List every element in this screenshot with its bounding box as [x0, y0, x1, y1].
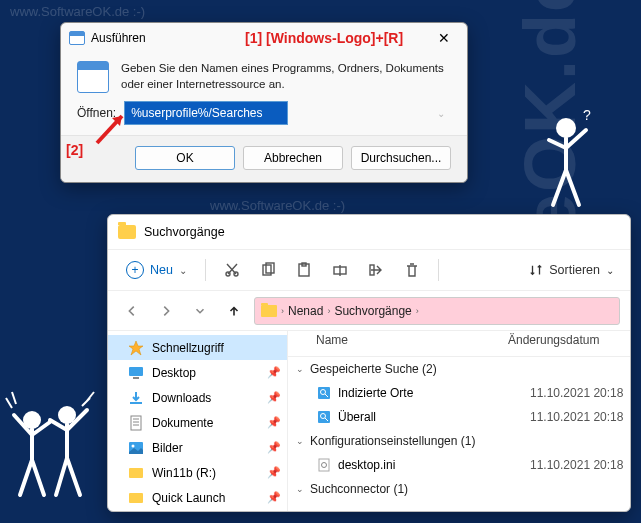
cut-icon[interactable] [216, 256, 248, 284]
expand-icon[interactable]: ⌄ [296, 484, 310, 494]
group-label: Gespeicherte Suche (2) [310, 362, 502, 376]
breadcrumb[interactable]: › Nenad › Suchvorgänge › [254, 297, 620, 325]
run-description: Geben Sie den Namen eines Programms, Ord… [121, 61, 451, 93]
expand-icon[interactable]: ⌄ [296, 436, 310, 446]
search-file-icon [316, 385, 332, 401]
chevron-down-icon: ⌄ [606, 265, 614, 276]
sidebar-item-documents[interactable]: Dokumente 📌 [108, 410, 287, 435]
delete-icon[interactable] [396, 256, 428, 284]
paste-icon[interactable] [288, 256, 320, 284]
column-headers: Name Änderungsdatum [288, 333, 630, 357]
toolbar-separator [205, 259, 206, 281]
dropdown-chevron-icon[interactable]: ⌄ [437, 108, 445, 119]
sidebar-label: Quick Launch [152, 491, 225, 505]
rename-icon[interactable] [324, 256, 356, 284]
explorer-sidebar: Schnellzugriff Desktop 📌 Downloads 📌 Dok… [108, 331, 288, 511]
sort-button[interactable]: Sortieren ⌄ [523, 259, 620, 281]
svg-rect-13 [133, 377, 139, 379]
figure-celebrating [2, 380, 102, 510]
sidebar-item-quickaccess[interactable]: Schnellzugriff [108, 335, 287, 360]
file-row[interactable]: Indizierte Orte 11.10.2021 20:18 [288, 381, 630, 405]
file-row[interactable]: desktop.ini 11.10.2021 20:18 [288, 453, 630, 477]
pin-icon: 📌 [267, 416, 281, 429]
explorer-titlebar: Suchvorgänge [108, 215, 630, 249]
watermark-text: www.SoftwareOK.de :-) [210, 198, 345, 213]
sort-label: Sortieren [549, 263, 600, 277]
column-name-header[interactable]: Name [288, 333, 508, 356]
svg-point-0 [556, 118, 576, 138]
file-name: Überall [338, 410, 530, 424]
sidebar-item-drive[interactable]: Win11b (R:) 📌 [108, 460, 287, 485]
folder-icon [261, 305, 277, 317]
group-header[interactable]: ⌄ Konfigurationseinstellungen (1) [288, 429, 630, 453]
copy-icon[interactable] [252, 256, 284, 284]
svg-text:?: ? [583, 110, 591, 123]
plus-icon: + [126, 261, 144, 279]
file-date: 11.10.2021 20:18 [530, 386, 623, 400]
search-file-icon [316, 409, 332, 425]
nav-forward-button[interactable] [152, 297, 180, 325]
group-label: Konfigurationseinstellungen (1) [310, 434, 475, 448]
svg-rect-18 [318, 387, 330, 399]
file-date: 11.10.2021 20:18 [530, 410, 623, 424]
chevron-right-icon: › [416, 306, 419, 316]
sidebar-item-desktop[interactable]: Desktop 📌 [108, 360, 287, 385]
figure-thinking: ? [531, 110, 601, 220]
sidebar-item-downloads[interactable]: Downloads 📌 [108, 385, 287, 410]
ini-file-icon [316, 457, 332, 473]
svg-rect-14 [130, 402, 142, 404]
group-header[interactable]: ⌄ Gespeicherte Suche (2) [288, 357, 630, 381]
group-label: Suchconnector (1) [310, 482, 502, 496]
open-input[interactable] [124, 101, 288, 125]
nav-back-button[interactable] [118, 297, 146, 325]
pin-icon: 📌 [267, 441, 281, 454]
column-date-header[interactable]: Änderungsdatum [508, 333, 630, 356]
ok-button[interactable]: OK [135, 146, 235, 170]
close-button[interactable]: ✕ [429, 23, 459, 53]
breadcrumb-item[interactable]: Suchvorgänge [334, 304, 411, 318]
toolbar-separator [438, 259, 439, 281]
browse-button[interactable]: Durchsuchen... [351, 146, 451, 170]
new-button[interactable]: + Neu ⌄ [118, 257, 195, 283]
nav-recent-chevron-icon[interactable] [186, 297, 214, 325]
svg-rect-12 [129, 367, 143, 376]
share-icon[interactable] [360, 256, 392, 284]
sidebar-label: Win11b (R:) [152, 466, 216, 480]
folder-icon [128, 490, 144, 506]
annotation-2: [2] [66, 142, 83, 158]
run-dialog-icon [69, 31, 85, 45]
file-name: desktop.ini [338, 458, 530, 472]
breadcrumb-item[interactable]: Nenad [288, 304, 323, 318]
pictures-icon [128, 440, 144, 456]
group-header[interactable]: ⌄ Suchconnector (1) [288, 477, 630, 501]
watermark-text: www.SoftwareOK.de :-) [10, 4, 145, 19]
desktop-icon [128, 365, 144, 381]
pin-icon: 📌 [267, 366, 281, 379]
sidebar-item-quicklaunch[interactable]: Quick Launch 📌 [108, 485, 287, 510]
documents-icon [128, 415, 144, 431]
file-name: Indizierte Orte [338, 386, 530, 400]
explorer-title: Suchvorgänge [144, 225, 225, 239]
explorer-navbar: › Nenad › Suchvorgänge › [108, 291, 630, 331]
sidebar-label: Downloads [152, 391, 211, 405]
pin-icon: 📌 [267, 491, 281, 504]
file-date: 11.10.2021 20:18 [530, 458, 623, 472]
run-title: Ausführen [91, 31, 146, 45]
svg-point-17 [132, 444, 135, 447]
nav-up-button[interactable] [220, 297, 248, 325]
file-row[interactable]: Überall 11.10.2021 20:18 [288, 405, 630, 429]
svg-rect-15 [131, 416, 141, 430]
cancel-button[interactable]: Abbrechen [243, 146, 343, 170]
arrow-annotation [92, 108, 132, 148]
pin-icon: 📌 [267, 391, 281, 404]
sidebar-label: Bilder [152, 441, 183, 455]
sort-icon [529, 263, 543, 277]
star-icon [128, 340, 144, 356]
explorer-toolbar: + Neu ⌄ Sortieren ⌄ [108, 249, 630, 291]
run-dialog: Ausführen ✕ Geben Sie den Namen eines Pr… [60, 22, 468, 183]
new-label: Neu [150, 263, 173, 277]
folder-icon [128, 465, 144, 481]
sidebar-item-pictures[interactable]: Bilder 📌 [108, 435, 287, 460]
expand-icon[interactable]: ⌄ [296, 364, 310, 374]
chevron-right-icon: › [327, 306, 330, 316]
